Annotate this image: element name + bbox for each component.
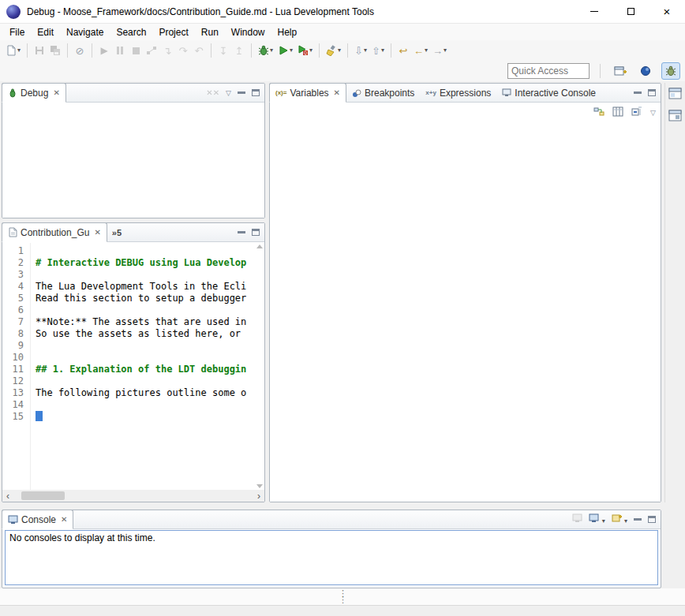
maximize-view-button[interactable] <box>252 229 260 236</box>
tab-console[interactable]: Console ✕ <box>2 510 73 529</box>
debug-view-header: Debug ✕ ✕✕ ▽ <box>2 84 264 103</box>
variables-view-content: ▽ <box>270 103 661 502</box>
code-line <box>36 269 254 281</box>
maximize-view-button[interactable] <box>252 89 260 96</box>
debug-perspective-button[interactable] <box>661 62 680 80</box>
save-all-icon <box>50 45 61 56</box>
sash-grip[interactable]: ⋮⋮ <box>339 590 347 603</box>
maximize-view-button[interactable] <box>648 516 656 523</box>
menu-help[interactable]: Help <box>271 25 304 39</box>
maximize-window-button[interactable] <box>612 0 649 24</box>
menu-navigate[interactable]: Navigate <box>60 25 110 39</box>
resume-button[interactable]: ▶ <box>96 42 112 59</box>
menu-edit[interactable]: Edit <box>31 25 60 39</box>
show-logical-structure-button[interactable] <box>593 106 605 119</box>
window-title: Debug - Moose_Framework/docs/Contributio… <box>27 6 374 17</box>
restore-outline-view-button[interactable] <box>668 88 682 102</box>
ldt-perspective-button[interactable] <box>636 62 655 80</box>
restore-tasks-view-button[interactable] <box>668 110 682 124</box>
variables-toolbar: ▽ <box>270 103 661 119</box>
menu-search[interactable]: Search <box>110 25 152 39</box>
console-content[interactable]: No consoles to display at this time. <box>5 530 658 585</box>
tab-variables[interactable]: (x)= Variables ✕ <box>269 83 346 103</box>
editor-body[interactable]: 123456789101112131415 # Interactive DEBU… <box>2 243 264 490</box>
scrollbar-track[interactable] <box>13 490 253 502</box>
last-edit-location-button[interactable]: ↩ <box>395 42 411 59</box>
minimize-window-button[interactable] <box>576 0 612 24</box>
debug-button[interactable]: ▾ <box>256 42 275 59</box>
minimize-view-button[interactable] <box>238 231 245 233</box>
suspend-button[interactable] <box>112 42 128 59</box>
code-line: So use the assets as listed here, or <box>36 328 254 340</box>
use-step-filters-button[interactable]: ↥ <box>231 42 247 59</box>
search-button[interactable]: ▾ <box>324 42 343 59</box>
scroll-right-icon[interactable]: › <box>253 491 264 502</box>
minimize-view-button[interactable] <box>634 518 642 521</box>
new-wizard-button[interactable]: ▾ <box>3 42 23 59</box>
external-tools-button[interactable]: Q ▾ <box>295 42 315 59</box>
dropdown-icon: ▾ <box>270 47 273 54</box>
minimize-view-button[interactable] <box>238 91 245 94</box>
open-console-icon <box>612 513 622 523</box>
minimize-view-button[interactable] <box>634 91 642 94</box>
forward-button[interactable]: → ▾ <box>430 42 449 59</box>
scroll-up-icon[interactable] <box>256 245 263 248</box>
minimized-views-strip <box>664 83 685 502</box>
code-line <box>36 399 254 411</box>
console-view-controls: ▾ ▾ <box>572 510 661 528</box>
editor-vertical-scrollbar[interactable] <box>254 243 264 490</box>
next-annotation-button[interactable]: ⇩ ▾ <box>352 42 369 59</box>
tab-label: Expressions <box>440 88 491 99</box>
collapse-all-icon <box>631 106 642 117</box>
open-console-button[interactable]: ▾ <box>612 513 627 525</box>
previous-annotation-button[interactable]: ⇧ ▾ <box>369 42 387 59</box>
editor-overflow-chevron[interactable]: »5 <box>107 228 126 237</box>
collapse-all-button[interactable] <box>631 106 642 119</box>
show-columns-button[interactable] <box>612 106 623 119</box>
editor-code[interactable]: # Interactive DEBUG using Lua DevelopThe… <box>31 243 254 490</box>
close-tab-icon[interactable]: ✕ <box>51 88 59 97</box>
tab-breakpoints[interactable]: Breakpoints <box>346 84 420 102</box>
drop-to-frame-button[interactable]: ↧ <box>215 42 231 59</box>
remove-terminated-button[interactable]: ✕✕ <box>206 88 219 97</box>
tab-interactive-console[interactable]: Interactive Console <box>496 84 601 102</box>
maximize-view-button[interactable] <box>648 89 656 96</box>
close-tab-icon[interactable]: ✕ <box>59 515 67 524</box>
menu-window[interactable]: Window <box>225 25 271 39</box>
open-perspective-button[interactable] <box>611 62 630 80</box>
scrollbar-thumb[interactable] <box>21 491 65 500</box>
tab-debug[interactable]: Debug ✕ <box>2 83 66 103</box>
menu-project[interactable]: Project <box>152 25 194 39</box>
tab-expressions[interactable]: x+y Expressions <box>420 84 496 102</box>
clear-console-button[interactable] <box>572 513 582 525</box>
close-tab-icon[interactable]: ✕ <box>332 88 340 97</box>
disconnect-button[interactable] <box>144 42 159 59</box>
view-menu-button[interactable]: ▽ <box>650 109 656 117</box>
close-tab-icon[interactable]: ✕ <box>92 228 100 237</box>
step-return-button[interactable]: ↶ <box>191 42 207 59</box>
menu-run[interactable]: Run <box>195 25 225 39</box>
display-console-button[interactable]: ▾ <box>589 513 605 525</box>
scroll-down-icon[interactable] <box>256 484 263 488</box>
run-button[interactable]: ▾ <box>275 42 295 59</box>
search-flashlight-icon <box>326 45 337 56</box>
close-window-button[interactable]: × <box>649 0 685 24</box>
show-columns-icon <box>612 106 623 117</box>
previous-annotation-icon: ⇧ <box>372 46 380 56</box>
menu-file[interactable]: File <box>3 25 31 39</box>
code-line <box>36 375 254 387</box>
view-menu-button[interactable]: ▽ <box>226 89 231 97</box>
terminate-button[interactable] <box>128 42 144 59</box>
save-button[interactable] <box>32 42 47 59</box>
back-button[interactable]: ← ▾ <box>411 42 430 59</box>
maximize-icon <box>627 8 634 15</box>
editor-horizontal-scrollbar[interactable]: ‹ › <box>2 490 264 502</box>
tab-contribution-guide[interactable]: Contribution_Gu ✕ <box>2 222 107 242</box>
skip-all-breakpoints-button[interactable]: ⊘ <box>72 42 88 59</box>
save-all-button[interactable] <box>47 42 63 59</box>
quick-access-input[interactable] <box>507 63 590 79</box>
step-over-button[interactable]: ↷ <box>175 42 191 59</box>
forward-arrow-icon: → <box>432 46 443 56</box>
step-into-button[interactable]: ↴ <box>159 42 175 59</box>
scroll-left-icon[interactable]: ‹ <box>2 491 13 502</box>
